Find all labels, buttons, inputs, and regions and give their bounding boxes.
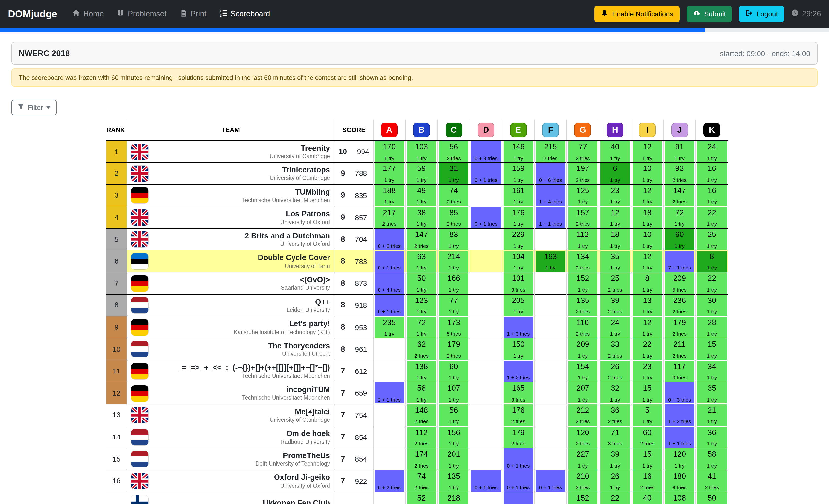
app-brand[interactable]: DOMjudge [8, 8, 57, 20]
problem-badge-F[interactable]: F [542, 122, 559, 137]
result-box: 218 [439, 493, 468, 504]
table-row[interactable]: 3TUMblingTechnische Universitaet Muenche… [106, 184, 728, 206]
result-time: 12 [643, 187, 652, 194]
result-time: 56 [449, 143, 458, 151]
bell-icon [601, 9, 608, 18]
result-box: 61 try [600, 163, 629, 184]
problem-cell-I: 602 tries [631, 426, 663, 448]
result-tries: 1 try [578, 397, 588, 402]
problem-cell-D [470, 184, 502, 206]
result-time: 91 [675, 143, 684, 151]
table-row[interactable]: 1TreenityUniversity of Cambridge10994170… [106, 141, 728, 162]
nav-item-print[interactable]: Print [179, 9, 207, 19]
problem-cell-G: 1521 try [567, 272, 599, 294]
problem-cell-F [535, 492, 567, 504]
problem-cell-C: 218 [438, 492, 470, 504]
result-tries: 1 try [449, 485, 459, 490]
result-tries: 0 + 1 tries [475, 178, 498, 183]
table-row[interactable]: 15PromeTheUsDelft University of Technolo… [106, 448, 728, 470]
table-row[interactable]: 52 Brits and a DutchmanUniversity of Oxf… [106, 228, 728, 250]
table-row[interactable]: 7<(OvO)>Saarland University88730 + 4 tri… [106, 272, 728, 294]
table-row[interactable]: 8Q++Leiden University89180 + 1 tries1231… [106, 294, 728, 316]
result-time: 101 [512, 275, 525, 282]
table-row[interactable]: 11_=_=>_+_<<_;_(-~{})+[]+(++[[]][+[]]+~[… [106, 360, 728, 382]
result-tries: 2 tries [576, 309, 590, 314]
problem-cell-B: 1031 try [405, 141, 438, 162]
score-wrap: 10994 [335, 147, 373, 156]
score-time: 659 [355, 389, 367, 397]
table-row[interactable]: 2TriniceratopsUniversity of Cambridge978… [106, 162, 728, 184]
result-tries: 1 try [707, 419, 717, 424]
submit-button[interactable]: Submit [687, 6, 732, 22]
result-time: 207 [576, 385, 589, 392]
score-cell: 7612 [335, 360, 373, 382]
table-row[interactable]: 12incogniTUMTechnische Universitaet Muen… [106, 382, 728, 404]
score-cell: 8953 [335, 316, 373, 338]
team-name: <(OvO)> [127, 275, 334, 284]
score-time: 854 [355, 433, 367, 441]
team-cell: Los PatronsUniversity of Oxford [127, 206, 335, 228]
result-box: 181 try [600, 229, 629, 250]
result-box: 742 tries [439, 185, 468, 206]
result-tries: 1 try [546, 265, 556, 270]
result-time: 150 [512, 341, 525, 348]
enable-notifications-button[interactable]: Enable Notifications [594, 6, 680, 22]
problem-badge-J[interactable]: J [671, 122, 688, 137]
result-time: 28 [708, 318, 716, 326]
logout-button[interactable]: Logout [739, 6, 784, 22]
problem-badge-C[interactable]: C [445, 122, 462, 137]
nav-item-scoreboard[interactable]: 12 Scoreboard [219, 9, 270, 19]
problem-badge-I[interactable]: I [639, 122, 656, 137]
result-time: 104 [512, 253, 525, 260]
result-box: 1572 tries [568, 207, 597, 228]
table-row[interactable]: 10The ThorycodersUniversiteit Utrecht896… [106, 338, 728, 360]
result-box: 1031 try [407, 141, 436, 162]
result-box: 1 + 2 tries [504, 360, 533, 382]
problem-cell-A: 1881 try [373, 184, 405, 206]
rank-cell: 10 [106, 338, 127, 360]
result-time: 120 [673, 450, 686, 458]
result-tries: 1 try [417, 375, 427, 380]
result-box: 351 try [600, 251, 629, 272]
score-solved: 9 [340, 213, 345, 222]
result-tries: 1 try [675, 243, 685, 248]
problem-badge-E[interactable]: E [510, 122, 527, 137]
nav-item-problemset[interactable]: Problemset [116, 9, 167, 19]
header-rank: RANK [106, 120, 127, 141]
nav-item-label: Home [83, 9, 104, 18]
table-row[interactable]: 6Double Cycle CoverUniversity of Tartu87… [106, 250, 728, 272]
problem-cell-E: 1 + 3 tries [502, 316, 535, 338]
table-row[interactable]: 9Let's party!Karlsruhe Institute of Tech… [106, 316, 728, 338]
problem-badge-H[interactable]: H [607, 122, 623, 137]
nav-item-home[interactable]: Home [72, 9, 104, 19]
problem-badge-G[interactable]: G [574, 122, 591, 137]
result-tries: 1 try [449, 243, 459, 248]
problem-cell-H: 181 try [599, 228, 631, 250]
table-row[interactable]: 4Los PatronsUniversity of Oxford98572172… [106, 206, 728, 228]
score-solved: 8 [340, 279, 345, 288]
result-time: 36 [611, 406, 619, 414]
problem-badge-B[interactable]: B [413, 122, 430, 137]
result-box: 181 try [633, 207, 662, 228]
result-time: 176 [512, 209, 525, 216]
table-row[interactable]: Ukkonen Fan Club52218152224010850 [106, 492, 728, 504]
result-time: 32 [611, 385, 619, 392]
result-box: 1202 tries [568, 426, 597, 448]
result-box: 51 try [633, 404, 662, 426]
problem-badge-D[interactable]: D [478, 122, 494, 137]
table-row[interactable]: 13Me[♠]talciUniversity of Cambridge77541… [106, 404, 728, 426]
problem-badge-K[interactable]: K [704, 122, 720, 137]
table-row[interactable]: 16Oxford Ji-geikoUniversity of Oxford792… [106, 470, 728, 492]
scoreboard-table: RANKTEAMSCOREABCDEFGHIJK1TreenityUnivers… [106, 120, 728, 504]
result-time: 227 [576, 450, 589, 458]
result-time: 38 [417, 209, 426, 216]
result-tries: 2 tries [511, 419, 525, 424]
score-solved: 7 [340, 455, 345, 463]
result-box: 40 [633, 493, 662, 504]
result-tries: 1 try [675, 221, 685, 226]
problem-badge-A[interactable]: A [381, 122, 398, 137]
result-time: 15 [643, 385, 652, 392]
result-box: 231 try [633, 360, 662, 382]
filter-button[interactable]: Filter [11, 100, 57, 115]
table-row[interactable]: 14Om de hoekRadboud University78541122 t… [106, 426, 728, 448]
